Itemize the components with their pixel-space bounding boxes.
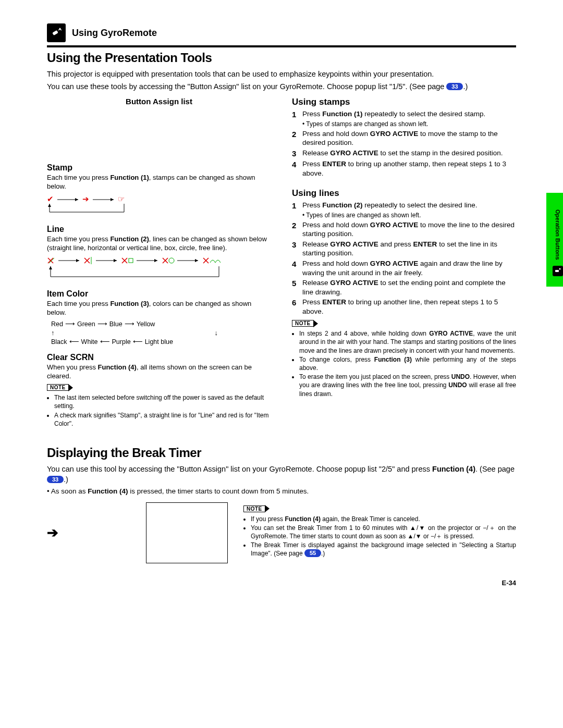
line-diagram xyxy=(47,256,271,282)
stamp-step-3: 3Release GYRO ACTIVE to set the stamp in… xyxy=(292,149,516,159)
line-heading: Line xyxy=(47,225,271,234)
clear-scrn-text: When you press Function (4), all items s… xyxy=(47,363,271,381)
clear-scrn-heading: Clear SCRN xyxy=(47,353,271,362)
page-number: E-34 xyxy=(47,579,516,587)
note-label-break: NOTE xyxy=(243,505,265,512)
heading-presentation-tools: Using the Presentation Tools xyxy=(47,51,516,65)
button-assign-heading: Button Assign list xyxy=(47,97,271,106)
svg-rect-2 xyxy=(52,30,58,35)
remote-icon xyxy=(47,23,66,42)
svg-text:☞: ☞ xyxy=(118,194,125,203)
line-step-1-sub: • Types of lines are changed as shown le… xyxy=(302,212,516,219)
right-notes: In steps 2 and 4 above, while holding do… xyxy=(292,329,516,398)
break-note-2: You can set the Break Timer from 1 to 60… xyxy=(251,524,516,540)
line-text: Each time you press Function (2), lines … xyxy=(47,235,271,253)
line-step-5: 5Release GYRO ACTIVE to set the ending p… xyxy=(292,278,516,297)
using-stamps-heading: Using stamps xyxy=(292,97,516,107)
line-step-4: 4Press and hold down GYRO ACTIVE again a… xyxy=(292,259,516,277)
left-note-1: The last item selected before switching … xyxy=(54,393,271,410)
heading-break-timer: Displaying the Break Timer xyxy=(47,446,516,460)
break-notes: If you press Function (4) again, the Bre… xyxy=(243,515,516,558)
svg-text:✔: ✔ xyxy=(47,194,54,203)
page-header: Using GyroRemote xyxy=(47,23,516,42)
right-note-2: To change colors, press Function (3) whi… xyxy=(299,355,516,372)
break-timer-box xyxy=(146,502,228,563)
item-color-heading: Item Color xyxy=(47,289,271,299)
break-bullet: • As soon as Function (4) is pressed, th… xyxy=(47,487,516,496)
intro-2: You can use these tools by accessing the… xyxy=(47,82,516,92)
note-label-left: NOTE xyxy=(47,384,69,391)
left-notes: The last item selected before switching … xyxy=(47,393,271,428)
left-note-2: A check mark signifies "Stamp", a straig… xyxy=(54,411,271,428)
break-note-1: If you press Function (4) again, the Bre… xyxy=(251,515,516,523)
line-step-1: 1Press Function (2) repeatedly to select… xyxy=(292,201,516,211)
item-color-text: Each time you press Function (3), colors… xyxy=(47,300,271,317)
page-ref-33b: 33 xyxy=(47,476,64,484)
break-intro: You can use this tool by accessing the "… xyxy=(47,464,516,485)
header-rule xyxy=(47,45,516,47)
svg-line-9 xyxy=(49,258,54,263)
stamp-heading: Stamp xyxy=(47,163,271,172)
page-ref-55: 55 xyxy=(304,549,321,557)
line-step-3: 3Release GYRO ACTIVE and press ENTER to … xyxy=(292,240,516,258)
svg-text:➔: ➔ xyxy=(82,194,89,203)
stamp-diagram: ✔ ➔ ☞ xyxy=(47,194,271,217)
svg-point-18 xyxy=(169,258,174,263)
line-step-2: 2Press and hold down GYRO ACTIVE to move… xyxy=(292,220,516,239)
note-label-right: NOTE xyxy=(292,320,314,327)
page-ref-33a: 33 xyxy=(446,83,463,91)
arrow-icon: ➔ xyxy=(47,525,58,541)
stamp-text: Each time you press Function (1), stamps… xyxy=(47,174,271,191)
svg-rect-15 xyxy=(129,258,133,263)
header-title: Using GyroRemote xyxy=(72,28,157,39)
right-note-1: In steps 2 and 4 above, while holding do… xyxy=(299,329,516,355)
color-diagram: Red⟶ Green⟶ Blue⟶ Yellow ↑↓ Black⟵ White… xyxy=(51,320,271,346)
stamp-step-1: 1Press Function (1) repeatedly to select… xyxy=(292,109,516,120)
break-note-3: The Break Timer is displayed against the… xyxy=(251,541,516,558)
stamp-step-2: 2Press and hold down GYRO ACTIVE to move… xyxy=(292,129,516,147)
intro-1: This projector is equipped with presenta… xyxy=(47,69,516,80)
left-column: Button Assign list Stamp Each time you p… xyxy=(47,97,271,430)
stamp-step-1-sub: • Types of stamps are changed as shown l… xyxy=(302,120,516,128)
right-note-3: To erase the item you just placed on the… xyxy=(299,373,516,398)
line-step-6: 6Press ENTER to bring up another line, t… xyxy=(292,298,516,316)
stamp-step-4: 4Press ENTER to bring up another stamp, … xyxy=(292,159,516,178)
break-timer-row: ➔ NOTE If you press Function (4) again, … xyxy=(47,502,516,563)
right-column: Using stamps 1Press Function (1) repeate… xyxy=(292,97,516,430)
using-lines-heading: Using lines xyxy=(292,188,516,199)
